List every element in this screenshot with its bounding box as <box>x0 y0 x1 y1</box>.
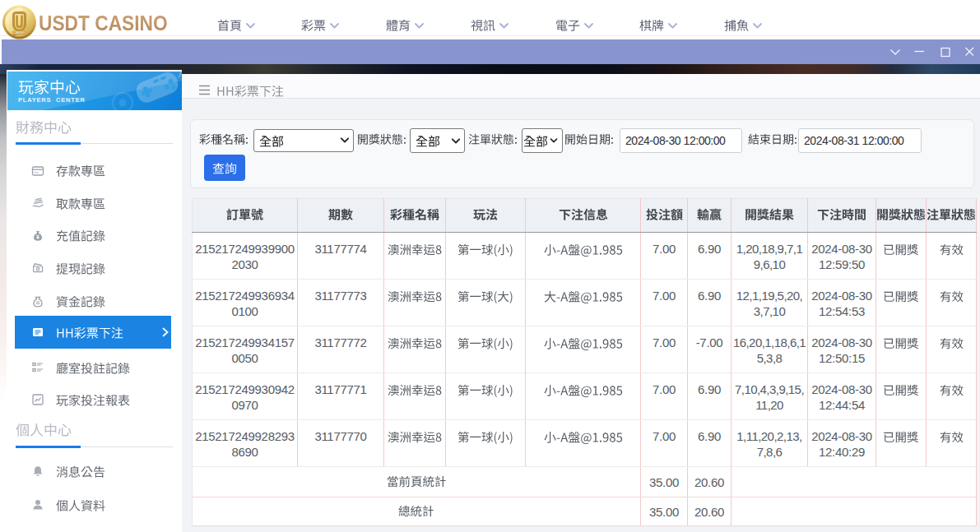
svg-text:CASINO: CASINO <box>14 31 26 35</box>
